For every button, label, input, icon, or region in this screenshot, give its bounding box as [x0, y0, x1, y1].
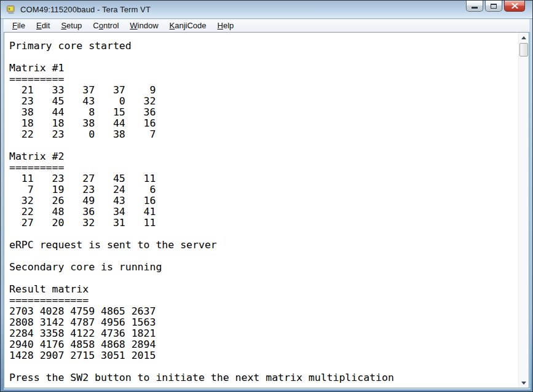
- scroll-down-icon: [521, 382, 526, 385]
- close-icon: [511, 3, 518, 9]
- minimize-button[interactable]: [466, 1, 483, 12]
- menu-item-setup[interactable]: Setup: [55, 19, 87, 32]
- title-bar[interactable]: COM49:115200baud - Tera Term VT: [1, 1, 532, 19]
- scroll-down-button[interactable]: [519, 378, 529, 388]
- scrollbar-thumb[interactable]: [519, 43, 528, 57]
- menu-bar: FileEditSetupControlWindowKanjiCodeHelp: [4, 19, 529, 32]
- menu-item-window[interactable]: Window: [124, 19, 164, 32]
- terminal-scrollbar[interactable]: [518, 33, 529, 388]
- maximize-icon: [491, 4, 497, 9]
- menu-item-file[interactable]: File: [7, 19, 31, 32]
- menu-item-help[interactable]: Help: [212, 19, 240, 32]
- window-title: COM49:115200baud - Tera Term VT: [20, 5, 151, 14]
- menu-item-kanjicode[interactable]: KanjiCode: [164, 19, 212, 32]
- scroll-up-button[interactable]: [519, 33, 529, 42]
- menu-item-control[interactable]: Control: [87, 19, 124, 32]
- menu-item-edit[interactable]: Edit: [31, 19, 55, 32]
- tera-term-app-icon: [6, 5, 16, 15]
- close-button[interactable]: [504, 1, 525, 12]
- minimize-icon: [472, 7, 478, 9]
- scroll-up-icon: [521, 36, 526, 39]
- caption-buttons: [466, 1, 525, 12]
- terminal-client-area: Primary core started Matrix #1 =========…: [4, 32, 529, 388]
- scrollbar-track[interactable]: [519, 57, 529, 378]
- tera-term-window: COM49:115200baud - Tera Term VT FileEdit…: [0, 0, 533, 392]
- maximize-button[interactable]: [485, 1, 502, 12]
- terminal-output[interactable]: Primary core started Matrix #1 =========…: [4, 33, 518, 388]
